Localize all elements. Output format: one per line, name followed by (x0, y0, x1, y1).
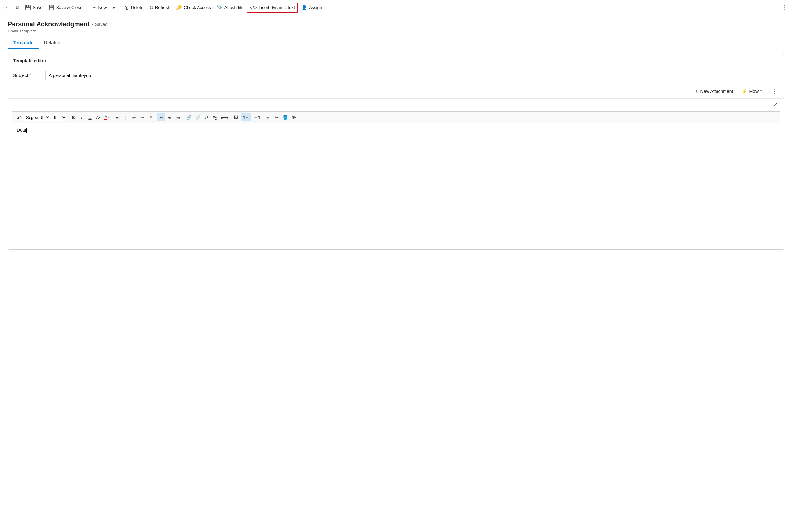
insert-dynamic-label: Insert dynamic text (258, 5, 295, 10)
superscript-button[interactable]: x2 (202, 113, 210, 121)
refresh-label: Refresh (155, 5, 170, 10)
tab-template[interactable]: Template (8, 37, 39, 49)
font-size-select[interactable]: 9 10 11 12 (51, 113, 66, 121)
delete-label: Delete (131, 5, 143, 10)
toolbar-more-button[interactable]: ⋮ (778, 3, 789, 13)
rte-sep-5 (231, 114, 231, 120)
decrease-indent-button[interactable]: ⇤ (130, 113, 138, 121)
new-dropdown-button[interactable]: ▾ (110, 3, 118, 12)
tab-related[interactable]: Related (39, 37, 66, 49)
subscript-button[interactable]: x2 (211, 113, 219, 121)
page-header: Personal Acknowledgment - Saved Email Te… (0, 15, 792, 33)
popup-button[interactable]: ⧉ (13, 3, 22, 12)
increase-indent-button[interactable]: ⇥ (138, 113, 146, 121)
rte-container: 🖌 Segoe UI 9 10 11 12 B (12, 112, 780, 245)
align-right-button[interactable]: ⇥ (174, 113, 182, 121)
assign-label: Assign (309, 5, 322, 10)
expand-icon[interactable]: ⤢ (772, 100, 779, 109)
underline-button[interactable]: U (86, 113, 94, 121)
assign-icon: 👤 (301, 5, 307, 11)
clear-format-button[interactable]: 🪣 (281, 113, 289, 121)
font-color-button[interactable]: A ▾ (103, 113, 111, 121)
blockquote-button[interactable]: ❝ (147, 113, 154, 121)
tabs-container: Template Related (0, 33, 792, 49)
save-icon: 💾 (25, 5, 31, 11)
refresh-button[interactable]: ↻ Refresh (147, 3, 173, 12)
font-color-dropdown-icon: ▾ (107, 116, 109, 119)
bullet-list-icon: ≡ (116, 115, 118, 120)
refresh-icon: ↻ (149, 5, 154, 11)
new-button[interactable]: ＋ New (89, 3, 110, 12)
unlink-button[interactable]: 🔗 (194, 113, 202, 121)
new-icon: ＋ (92, 4, 97, 11)
check-access-label: Check Access (184, 5, 211, 10)
unlink-icon: 🔗 (195, 115, 200, 120)
image-button[interactable]: 🖼 (232, 113, 240, 121)
insert-dynamic-text-button[interactable]: </> Insert dynamic text (247, 3, 298, 13)
save-button[interactable]: 💾 Save (22, 3, 45, 12)
rte-sep-4 (183, 114, 183, 120)
rte-content-area[interactable]: Dear (12, 123, 780, 245)
format-painter-icon: 🖌 (17, 115, 21, 120)
redo-button[interactable]: ↪ (273, 113, 281, 121)
subject-label: Subject * (13, 73, 45, 78)
check-access-button[interactable]: 🔑 Check Access (173, 3, 214, 12)
new-attachment-button[interactable]: ＋ New Attachment (692, 87, 735, 96)
plus-icon: ＋ (694, 88, 699, 94)
align-left-button[interactable]: ⇤ (157, 113, 165, 121)
attachment-more-button[interactable]: ⋮ (769, 87, 779, 95)
body-text: Dear (17, 128, 26, 133)
rte-toolbar: 🖌 Segoe UI 9 10 11 12 B (12, 112, 780, 123)
ltr-button[interactable]: ¶→ (240, 113, 251, 121)
save-close-button[interactable]: 💾 Save & Close (46, 3, 85, 12)
subject-input[interactable] (45, 71, 779, 80)
table-button[interactable]: ⊞ ▾ (290, 113, 298, 121)
numbered-list-icon: ⋮ (124, 115, 128, 120)
expand-row: ⤢ (8, 99, 784, 110)
highlight-icon: A̲ (96, 115, 99, 120)
rtl-button[interactable]: ←¶ (252, 113, 261, 121)
flow-icon: ⚡ (742, 89, 747, 94)
link-button[interactable]: 🔗 (185, 113, 193, 121)
align-left-icon: ⇤ (160, 115, 163, 120)
font-color-icon: A (104, 114, 107, 120)
attachment-row: ＋ New Attachment ⚡ Flow ▾ ⋮ (8, 84, 784, 99)
attach-file-label: Attach file (225, 5, 244, 10)
blockquote-icon: ❝ (150, 115, 152, 120)
new-label: New (98, 5, 107, 10)
italic-button[interactable]: I (78, 113, 85, 121)
redo-icon: ↪ (275, 115, 278, 120)
check-access-icon: 🔑 (176, 5, 182, 11)
separator-1 (87, 4, 88, 12)
font-family-select[interactable]: Segoe UI (23, 113, 51, 121)
delete-button[interactable]: 🗑 Delete (122, 3, 146, 12)
bold-icon: B (72, 115, 75, 120)
undo-icon: ↩ (266, 115, 270, 120)
rtl-icon: ←¶ (254, 115, 259, 119)
underline-icon: U (88, 115, 91, 120)
superscript-icon: x2 (205, 114, 209, 120)
editor-card-title: Template editor (8, 54, 784, 68)
bullet-list-button[interactable]: ≡ (113, 113, 121, 121)
bold-button[interactable]: B (70, 113, 77, 121)
attach-file-button[interactable]: 📎 Attach file (214, 3, 246, 12)
editor-card: Template editor Subject * ＋ New Attachme… (8, 54, 784, 250)
strikethrough-button[interactable]: abc (219, 113, 229, 121)
flow-button[interactable]: ⚡ Flow ▾ (740, 88, 764, 95)
numbered-list-button[interactable]: ⋮ (122, 113, 130, 121)
align-center-icon: ⇼ (168, 115, 172, 120)
rte-sep-1 (68, 114, 68, 120)
format-painter-button[interactable]: 🖌 (15, 113, 22, 121)
assign-button[interactable]: 👤 Assign (299, 3, 325, 12)
required-star: * (29, 73, 31, 78)
italic-icon: I (81, 115, 82, 120)
popup-icon: ⧉ (16, 5, 19, 11)
attach-file-icon: 📎 (217, 5, 223, 11)
back-button[interactable]: ← (3, 3, 13, 12)
align-center-button[interactable]: ⇼ (166, 113, 173, 121)
save-label: Save (33, 5, 43, 10)
image-icon: 🖼 (234, 115, 238, 120)
highlight-button[interactable]: A̲ ▾ (94, 113, 102, 121)
dropdown-icon: ▾ (113, 5, 115, 11)
undo-button[interactable]: ↩ (264, 113, 272, 121)
